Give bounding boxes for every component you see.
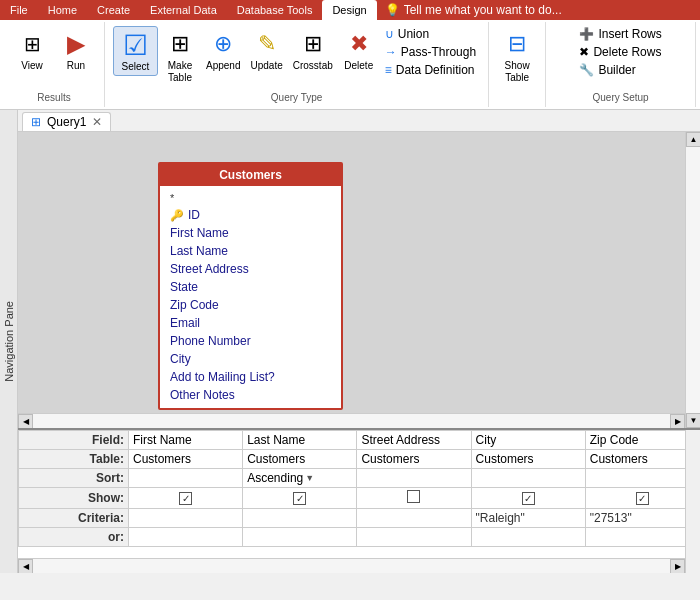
run-button[interactable]: ▶ Run	[56, 26, 96, 74]
design-vscrollbar[interactable]: ▲ ▼	[685, 132, 700, 428]
sort-value: Ascending	[247, 471, 303, 485]
tab-home[interactable]: Home	[38, 0, 87, 20]
results-buttons: ⊞ View ▶ Run	[12, 26, 96, 88]
union-label: Union	[398, 27, 429, 41]
grid-hscrollbar[interactable]: ◀ ▶	[18, 558, 685, 573]
insert-rows-button[interactable]: ➕ Insert Rows	[575, 26, 665, 42]
pass-through-label: Pass-Through	[401, 45, 476, 59]
select-button[interactable]: ☑ Select	[113, 26, 158, 76]
grid-sort-2[interactable]: Ascending ▼	[243, 469, 357, 488]
show-cb-4[interactable]	[522, 492, 535, 505]
append-button[interactable]: ⊕ Append	[202, 26, 244, 74]
design-hscrollbar[interactable]: ◀ ▶	[18, 413, 685, 428]
grid-show-5[interactable]	[585, 488, 699, 509]
grid-table-5[interactable]: Customers	[585, 450, 699, 469]
grid-table-2[interactable]: Customers	[243, 450, 357, 469]
grid-sort-5[interactable]	[585, 469, 699, 488]
query-tab-close[interactable]: ✕	[92, 115, 102, 129]
grid-row-criteria: Criteria: "Raleigh" "27513"	[19, 509, 700, 528]
field-id[interactable]: 🔑 ID	[160, 206, 341, 224]
query-setup-left: ➕ Insert Rows ✖ Delete Rows 🔧 Builder	[575, 26, 665, 78]
make-table-button[interactable]: ⊞ MakeTable	[160, 26, 200, 86]
grid-table-3[interactable]: Customers	[357, 450, 471, 469]
pass-through-button[interactable]: → Pass-Through	[381, 44, 480, 60]
grid-show-2[interactable]	[243, 488, 357, 509]
grid-or-4[interactable]	[471, 528, 585, 547]
crosstab-button[interactable]: ⊞ Crosstab	[289, 26, 337, 74]
grid-table-1[interactable]: Customers	[129, 450, 243, 469]
grid-show-4[interactable]	[471, 488, 585, 509]
grid-field-5[interactable]: Zip Code	[585, 431, 699, 450]
field-zip-code[interactable]: Zip Code	[160, 296, 341, 314]
field-add-mailing[interactable]: Add to Mailing List?	[160, 368, 341, 386]
grid-vscrollbar[interactable]	[685, 430, 700, 573]
grid-hscroll-right[interactable]: ▶	[670, 559, 685, 573]
sort-dropdown-arrow[interactable]: ▼	[305, 473, 314, 483]
delete-button[interactable]: ✖ Delete	[339, 26, 379, 74]
field-email[interactable]: Email	[160, 314, 341, 332]
field-star[interactable]: *	[160, 190, 341, 206]
query-type-group-label: Query Type	[271, 88, 323, 103]
field-other-notes[interactable]: Other Notes	[160, 386, 341, 404]
scroll-down-btn[interactable]: ▼	[686, 413, 700, 428]
show-cb-3[interactable]	[407, 490, 420, 503]
field-phone-number[interactable]: Phone Number	[160, 332, 341, 350]
table-box-header: Customers	[160, 164, 341, 186]
tab-create[interactable]: Create	[87, 0, 140, 20]
field-last-name-label: Last Name	[170, 244, 228, 258]
tab-external-data[interactable]: External Data	[140, 0, 227, 20]
grid-hscroll-left[interactable]: ◀	[18, 559, 33, 573]
hscroll-left-btn[interactable]: ◀	[18, 414, 33, 428]
grid-criteria-4[interactable]: "Raleigh"	[471, 509, 585, 528]
update-button[interactable]: ✎ Update	[246, 26, 286, 74]
field-city[interactable]: City	[160, 350, 341, 368]
show-cb-5[interactable]	[636, 492, 649, 505]
navigation-pane[interactable]: Navigation Pane	[0, 110, 18, 573]
builder-button[interactable]: 🔧 Builder	[575, 62, 665, 78]
grid-show-1[interactable]	[129, 488, 243, 509]
grid-sort-4[interactable]	[471, 469, 585, 488]
grid-show-3[interactable]	[357, 488, 471, 509]
grid-criteria-5[interactable]: "27513"	[585, 509, 699, 528]
field-state[interactable]: State	[160, 278, 341, 296]
grid-criteria-1[interactable]	[129, 509, 243, 528]
union-button[interactable]: ∪ Union	[381, 26, 480, 42]
show-cb-2[interactable]	[293, 492, 306, 505]
tab-database-tools[interactable]: Database Tools	[227, 0, 323, 20]
query1-tab[interactable]: ⊞ Query1 ✕	[22, 112, 111, 131]
grid-sort-3[interactable]	[357, 469, 471, 488]
grid-field-1[interactable]: First Name	[129, 431, 243, 450]
query-setup-group-label: Query Setup	[592, 88, 648, 103]
grid-or-1[interactable]	[129, 528, 243, 547]
field-add-mailing-label: Add to Mailing List?	[170, 370, 275, 384]
delete-rows-button[interactable]: ✖ Delete Rows	[575, 44, 665, 60]
tell-me-bar[interactable]: 💡 Tell me what you want to do...	[377, 0, 700, 20]
grid-or-2[interactable]	[243, 528, 357, 547]
show-row-label: Show:	[19, 488, 129, 509]
scroll-track	[686, 147, 700, 413]
grid-field-3[interactable]: Street Address	[357, 431, 471, 450]
grid-row-or: or:	[19, 528, 700, 547]
field-street-address[interactable]: Street Address	[160, 260, 341, 278]
show-table-button[interactable]: ⊟ ShowTable	[497, 26, 537, 86]
grid-sort-1[interactable]	[129, 469, 243, 488]
grid-criteria-2[interactable]	[243, 509, 357, 528]
field-city-label: City	[170, 352, 191, 366]
grid-criteria-3[interactable]	[357, 509, 471, 528]
grid-field-2[interactable]: Last Name	[243, 431, 357, 450]
grid-field-4[interactable]: City	[471, 431, 585, 450]
show-cb-1[interactable]	[179, 492, 192, 505]
data-definition-button[interactable]: ≡ Data Definition	[381, 62, 480, 78]
tab-design[interactable]: Design	[322, 0, 376, 20]
grid-or-3[interactable]	[357, 528, 471, 547]
scroll-up-btn[interactable]: ▲	[686, 132, 700, 147]
grid-or-5[interactable]	[585, 528, 699, 547]
hscroll-right-btn[interactable]: ▶	[670, 414, 685, 428]
view-button[interactable]: ⊞ View	[12, 26, 52, 74]
sort-dropdown[interactable]: Ascending ▼	[247, 471, 352, 485]
field-first-name[interactable]: First Name	[160, 224, 341, 242]
grid-table-4[interactable]: Customers	[471, 450, 585, 469]
tab-file[interactable]: File	[0, 0, 38, 20]
field-last-name[interactable]: Last Name	[160, 242, 341, 260]
delete-rows-label: Delete Rows	[593, 45, 661, 59]
